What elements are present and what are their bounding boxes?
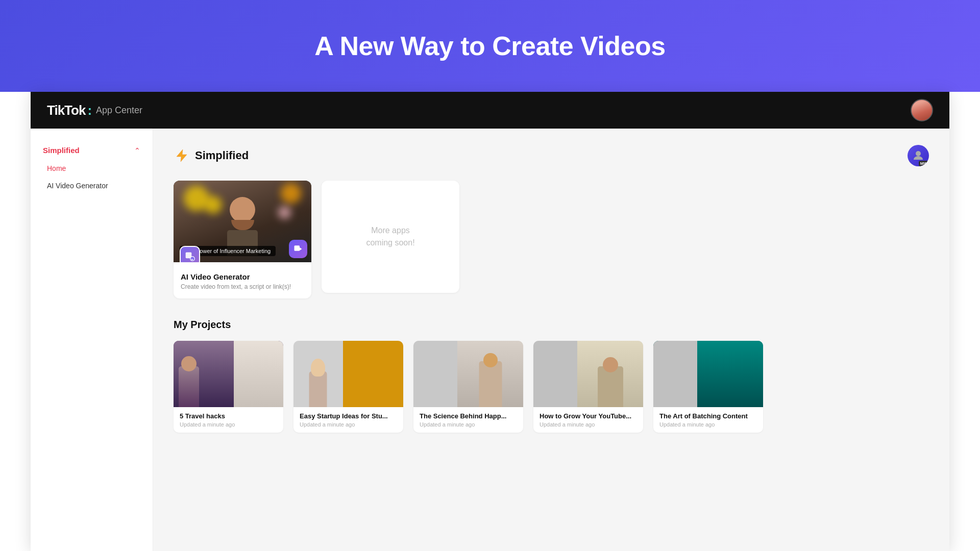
more-apps-card: More appscoming soon! <box>322 181 459 293</box>
project-thumbnail-science <box>413 341 523 407</box>
app-card-info: AI Video Generator Create video from tex… <box>174 262 311 298</box>
tiktok-logo-text: TikTok <box>47 103 85 118</box>
sidebar: Simplified ⌃ Home AI Video Generator <box>31 129 153 551</box>
thumb-right-bg <box>234 341 283 407</box>
project-thumbnail-youtube <box>533 341 643 407</box>
app-card-ai-video[interactable]: The Power of Influencer Marketing AI Vid… <box>174 181 311 298</box>
hero-title: A New Way to Create Videos <box>314 31 665 61</box>
project-title-travel: 5 Travel hacks <box>180 412 277 420</box>
sidebar-label-home: Home <box>47 164 66 172</box>
person-head-left <box>181 356 197 371</box>
body-layout: Simplified ⌃ Home AI Video Generator <box>31 129 949 551</box>
project-card-startup[interactable]: Easy Startup Ideas for Stu... Updated a … <box>293 341 403 433</box>
svg-point-0 <box>916 151 921 156</box>
thumb-batching-right <box>697 341 763 407</box>
person-head <box>311 359 325 377</box>
app-card-thumbnail: The Power of Influencer Marketing <box>174 181 311 262</box>
sitting-head <box>603 357 618 372</box>
svg-point-3 <box>190 257 194 261</box>
app-card-title: AI Video Generator <box>181 272 304 281</box>
project-card-science[interactable]: The Science Behind Happ... Updated a min… <box>413 341 523 433</box>
project-info-startup: Easy Startup Ideas for Stu... Updated a … <box>293 407 403 433</box>
thumb-youtube-right <box>577 341 643 407</box>
bokeh-4 <box>278 206 291 219</box>
project-thumbnail-batching <box>653 341 763 407</box>
project-card-youtube[interactable]: How to Grow Your YouTube... Updated a mi… <box>533 341 643 433</box>
thumb-science-left <box>413 341 457 407</box>
app-cards-row: The Power of Influencer Marketing AI Vid… <box>174 181 929 298</box>
project-title-youtube: How to Grow Your YouTube... <box>540 412 637 420</box>
projects-row: 5 Travel hacks Updated a minute ago <box>174 341 929 433</box>
app-window: TikTok : App Center Simplified ⌃ Home A <box>31 92 949 551</box>
project-updated-travel: Updated a minute ago <box>180 421 277 428</box>
project-title-science: The Science Behind Happ... <box>420 412 517 420</box>
sidebar-item-home[interactable]: Home <box>31 160 153 177</box>
project-updated-batching: Updated a minute ago <box>659 421 757 428</box>
hero-banner: A New Way to Create Videos <box>0 0 980 92</box>
bokeh-3 <box>281 183 301 204</box>
app-small-icon <box>180 246 200 262</box>
sidebar-item-simplified[interactable]: Simplified ⌃ <box>31 141 153 160</box>
thumb-right <box>234 341 283 407</box>
project-info-travel: 5 Travel hacks Updated a minute ago <box>174 407 283 433</box>
project-thumbnail-travel <box>174 341 283 407</box>
projects-section-title: My Projects <box>174 319 929 331</box>
page-header: Simplified MW <box>174 145 929 166</box>
tiktok-dot: : <box>87 103 92 118</box>
sidebar-label-simplified: Simplified <box>43 146 80 155</box>
project-updated-startup: Updated a minute ago <box>300 421 397 428</box>
face-shape <box>230 197 255 222</box>
page-header-left: Simplified <box>174 147 249 164</box>
beard-shape <box>231 220 254 230</box>
tiktok-logo: TikTok : App Center <box>47 103 142 118</box>
person-body-left <box>179 366 199 407</box>
sidebar-item-ai-video[interactable]: AI Video Generator <box>31 177 153 194</box>
thumb-startup-left <box>293 341 343 407</box>
sidebar-label-ai-video: AI Video Generator <box>47 182 108 190</box>
dancer-head <box>483 353 498 367</box>
bokeh-2 <box>204 196 222 214</box>
overlay-icon <box>289 240 307 258</box>
user-badge-label: MW <box>919 161 929 166</box>
thumb-batching-left <box>653 341 697 407</box>
top-nav: TikTok : App Center <box>31 92 949 129</box>
svg-rect-1 <box>295 245 300 251</box>
sitting-body <box>598 366 623 407</box>
simplified-logo-icon <box>174 147 190 164</box>
thumb-left <box>174 341 234 407</box>
project-updated-youtube: Updated a minute ago <box>540 421 637 428</box>
project-title-batching: The Art of Batching Content <box>659 412 757 420</box>
more-apps-text: More appscoming soon! <box>366 224 414 249</box>
project-card-travel[interactable]: 5 Travel hacks Updated a minute ago <box>174 341 283 433</box>
user-badge-icon <box>912 149 924 162</box>
project-updated-science: Updated a minute ago <box>420 421 517 428</box>
project-info-batching: The Art of Batching Content Updated a mi… <box>653 407 763 433</box>
app-root: A New Way to Create Videos TikTok : App … <box>0 0 980 551</box>
person-body <box>309 371 327 407</box>
app-card-desc: Create video from text, a script or link… <box>181 283 304 290</box>
user-badge[interactable]: MW <box>908 145 929 166</box>
main-content: Simplified MW <box>153 129 949 551</box>
page-title: Simplified <box>195 149 249 162</box>
thumb-startup-right <box>343 341 403 407</box>
project-thumbnail-startup <box>293 341 403 407</box>
avatar-image <box>912 100 932 120</box>
dancer-body <box>479 361 502 407</box>
user-avatar[interactable] <box>911 99 933 121</box>
project-card-batching[interactable]: The Art of Batching Content Updated a mi… <box>653 341 763 433</box>
thumb-science-right <box>457 341 523 407</box>
thumb-youtube-left <box>533 341 577 407</box>
sidebar-chevron-icon: ⌃ <box>134 146 140 155</box>
project-info-science: The Science Behind Happ... Updated a min… <box>413 407 523 433</box>
app-center-label: App Center <box>96 105 142 116</box>
project-title-startup: Easy Startup Ideas for Stu... <box>300 412 397 420</box>
lightning-icon <box>175 148 189 163</box>
project-info-youtube: How to Grow Your YouTube... Updated a mi… <box>533 407 643 433</box>
